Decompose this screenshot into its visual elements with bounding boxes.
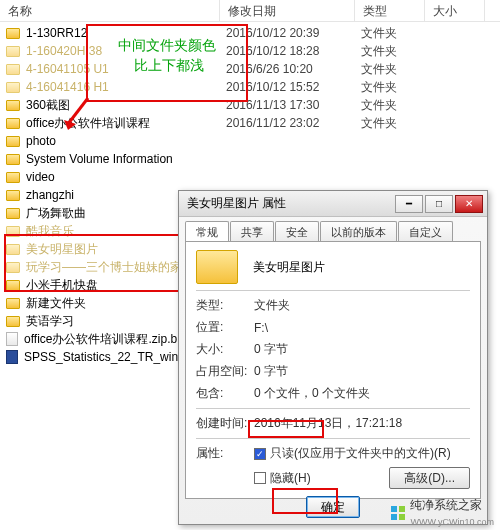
col-type[interactable]: 类型 [355, 0, 425, 21]
list-item[interactable]: 4-16041416 H12016/10/12 15:52文件夹 [0, 78, 500, 96]
folder-icon [6, 82, 20, 93]
list-item[interactable]: 1-130RR122016/10/12 20:39文件夹 [0, 24, 500, 42]
file-type: 文件夹 [361, 79, 421, 96]
watermark: 纯净系统之家 WWW.yCWin10.com [390, 497, 494, 528]
list-item[interactable]: System Volume Information [0, 150, 500, 168]
annotation-text-1: 中间文件夹颜色 [118, 36, 216, 54]
folder-icon [6, 100, 20, 111]
label-size: 大小: [196, 341, 254, 358]
list-item[interactable]: 4-16041105 U12016/6/26 10:20文件夹 [0, 60, 500, 78]
file-name: photo [26, 134, 226, 148]
hidden-checkbox[interactable] [254, 472, 266, 484]
properties-dialog: 美女明星图片 属性 ━ □ ✕ 常规共享安全以前的版本自定义 美女明星图片 类型… [178, 190, 488, 525]
file-type: 文件夹 [361, 115, 421, 132]
col-name[interactable]: 名称 [0, 0, 220, 21]
svg-rect-1 [399, 506, 405, 512]
label-contains: 包含: [196, 385, 254, 402]
svg-rect-2 [391, 514, 397, 520]
list-item[interactable]: 1-160420H 382016/10/12 18:28文件夹 [0, 42, 500, 60]
zip-icon [6, 332, 18, 346]
annotation-box-left [4, 234, 182, 292]
value-contains: 0 个文件，0 个文件夹 [254, 385, 470, 402]
folder-icon [6, 64, 20, 75]
arrow-icon [62, 96, 96, 132]
folder-icon [6, 190, 20, 201]
file-date: 2016/11/12 23:02 [226, 116, 361, 130]
folder-icon [6, 208, 20, 219]
file-name: System Volume Information [26, 152, 226, 166]
watermark-logo-icon [390, 505, 406, 521]
annotation-box-hidden [248, 420, 324, 438]
label-sizeondisk: 占用空间: [196, 363, 254, 380]
tab-2[interactable]: 安全 [275, 221, 319, 241]
maximize-button[interactable]: □ [425, 195, 453, 213]
dialog-title: 美女明星图片 属性 [183, 195, 393, 212]
file-type: 文件夹 [361, 43, 421, 60]
col-size[interactable]: 大小 [425, 0, 485, 21]
svg-rect-3 [399, 514, 405, 520]
value-size: 0 字节 [254, 341, 470, 358]
folder-icon [6, 46, 20, 57]
annotation-box-ok [272, 488, 338, 514]
folder-icon [6, 118, 20, 129]
col-date[interactable]: 修改日期 [220, 0, 355, 21]
folder-icon [6, 136, 20, 147]
value-type: 文件夹 [254, 297, 470, 314]
folder-name-field[interactable]: 美女明星图片 [250, 256, 328, 279]
folder-icon [6, 154, 20, 165]
tab-3[interactable]: 以前的版本 [320, 221, 397, 241]
folder-icon [6, 298, 20, 309]
tab-1[interactable]: 共享 [230, 221, 274, 241]
readonly-checkbox[interactable] [254, 448, 266, 460]
hidden-label: 隐藏(H) [270, 471, 311, 485]
file-name: office办公软件培训课程 [26, 115, 226, 132]
list-item[interactable]: photo [0, 132, 500, 150]
file-type: 文件夹 [361, 25, 421, 42]
column-headers: 名称 修改日期 类型 大小 [0, 0, 500, 22]
watermark-text: 纯净系统之家 [410, 498, 482, 512]
svg-rect-0 [391, 506, 397, 512]
annotation-text-2: 比上下都浅 [134, 56, 204, 74]
file-type: 文件夹 [361, 61, 421, 78]
label-created: 创建时间: [196, 415, 254, 432]
exe-icon [6, 350, 18, 364]
titlebar[interactable]: 美女明星图片 属性 ━ □ ✕ [179, 191, 487, 217]
minimize-button[interactable]: ━ [395, 195, 423, 213]
readonly-label: 只读(仅应用于文件夹中的文件)(R) [270, 446, 451, 460]
folder-icon [6, 316, 20, 327]
tab-0[interactable]: 常规 [185, 221, 229, 241]
watermark-url: WWW.yCWin10.com [410, 517, 494, 527]
label-type: 类型: [196, 297, 254, 314]
list-item[interactable]: video [0, 168, 500, 186]
tabstrip: 常规共享安全以前的版本自定义 [179, 217, 487, 241]
file-type: 文件夹 [361, 97, 421, 114]
value-location: F:\ [254, 321, 470, 335]
label-attributes: 属性: [196, 445, 254, 462]
folder-icon [6, 172, 20, 183]
folder-icon [6, 28, 20, 39]
close-button[interactable]: ✕ [455, 195, 483, 213]
advanced-button[interactable]: 高级(D)... [389, 467, 470, 489]
label-location: 位置: [196, 319, 254, 336]
folder-large-icon [196, 250, 238, 284]
tab-4[interactable]: 自定义 [398, 221, 453, 241]
value-sizeondisk: 0 字节 [254, 363, 470, 380]
tab-general: 美女明星图片 类型:文件夹 位置:F:\ 大小:0 字节 占用空间:0 字节 包… [185, 241, 481, 499]
file-name: video [26, 170, 226, 184]
